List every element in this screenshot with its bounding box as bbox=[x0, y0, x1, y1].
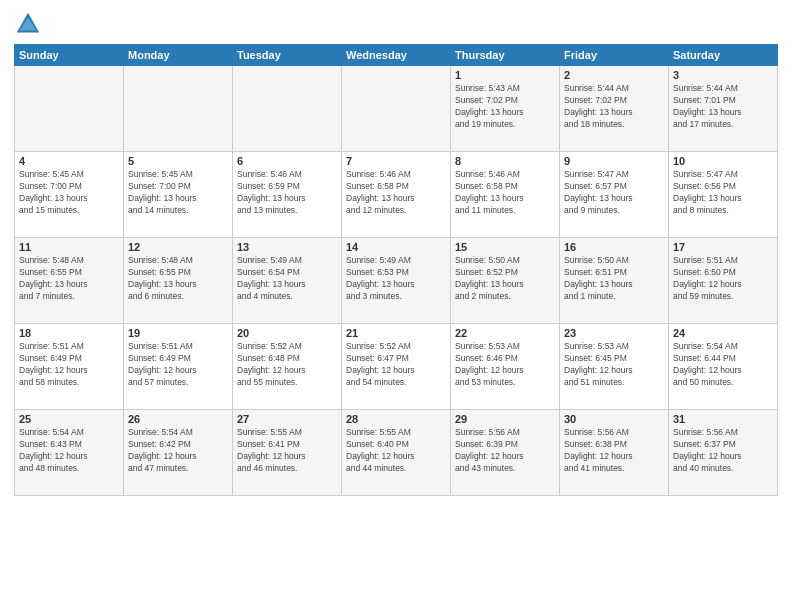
day-info: Sunrise: 5:56 AM Sunset: 6:38 PM Dayligh… bbox=[564, 427, 664, 475]
week-row-4: 18Sunrise: 5:51 AM Sunset: 6:49 PM Dayli… bbox=[15, 324, 778, 410]
day-number: 17 bbox=[673, 241, 773, 253]
day-number: 15 bbox=[455, 241, 555, 253]
day-info: Sunrise: 5:48 AM Sunset: 6:55 PM Dayligh… bbox=[19, 255, 119, 303]
day-number: 2 bbox=[564, 69, 664, 81]
day-info: Sunrise: 5:51 AM Sunset: 6:49 PM Dayligh… bbox=[128, 341, 228, 389]
logo bbox=[14, 10, 46, 38]
day-cell: 1Sunrise: 5:43 AM Sunset: 7:02 PM Daylig… bbox=[451, 66, 560, 152]
day-info: Sunrise: 5:54 AM Sunset: 6:44 PM Dayligh… bbox=[673, 341, 773, 389]
day-cell: 10Sunrise: 5:47 AM Sunset: 6:56 PM Dayli… bbox=[669, 152, 778, 238]
day-number: 4 bbox=[19, 155, 119, 167]
day-cell: 20Sunrise: 5:52 AM Sunset: 6:48 PM Dayli… bbox=[233, 324, 342, 410]
col-header-saturday: Saturday bbox=[669, 45, 778, 66]
day-info: Sunrise: 5:53 AM Sunset: 6:46 PM Dayligh… bbox=[455, 341, 555, 389]
day-cell: 14Sunrise: 5:49 AM Sunset: 6:53 PM Dayli… bbox=[342, 238, 451, 324]
day-cell: 23Sunrise: 5:53 AM Sunset: 6:45 PM Dayli… bbox=[560, 324, 669, 410]
day-number: 16 bbox=[564, 241, 664, 253]
week-row-5: 25Sunrise: 5:54 AM Sunset: 6:43 PM Dayli… bbox=[15, 410, 778, 496]
header-row: SundayMondayTuesdayWednesdayThursdayFrid… bbox=[15, 45, 778, 66]
calendar-table: SundayMondayTuesdayWednesdayThursdayFrid… bbox=[14, 44, 778, 496]
day-number: 6 bbox=[237, 155, 337, 167]
day-cell: 21Sunrise: 5:52 AM Sunset: 6:47 PM Dayli… bbox=[342, 324, 451, 410]
day-cell: 26Sunrise: 5:54 AM Sunset: 6:42 PM Dayli… bbox=[124, 410, 233, 496]
day-info: Sunrise: 5:46 AM Sunset: 6:58 PM Dayligh… bbox=[455, 169, 555, 217]
day-info: Sunrise: 5:46 AM Sunset: 6:58 PM Dayligh… bbox=[346, 169, 446, 217]
day-info: Sunrise: 5:53 AM Sunset: 6:45 PM Dayligh… bbox=[564, 341, 664, 389]
day-info: Sunrise: 5:56 AM Sunset: 6:37 PM Dayligh… bbox=[673, 427, 773, 475]
day-cell: 24Sunrise: 5:54 AM Sunset: 6:44 PM Dayli… bbox=[669, 324, 778, 410]
day-number: 25 bbox=[19, 413, 119, 425]
day-number: 28 bbox=[346, 413, 446, 425]
day-number: 21 bbox=[346, 327, 446, 339]
col-header-sunday: Sunday bbox=[15, 45, 124, 66]
day-number: 3 bbox=[673, 69, 773, 81]
week-row-1: 1Sunrise: 5:43 AM Sunset: 7:02 PM Daylig… bbox=[15, 66, 778, 152]
day-info: Sunrise: 5:54 AM Sunset: 6:42 PM Dayligh… bbox=[128, 427, 228, 475]
day-info: Sunrise: 5:44 AM Sunset: 7:02 PM Dayligh… bbox=[564, 83, 664, 131]
day-cell: 31Sunrise: 5:56 AM Sunset: 6:37 PM Dayli… bbox=[669, 410, 778, 496]
col-header-monday: Monday bbox=[124, 45, 233, 66]
day-cell: 18Sunrise: 5:51 AM Sunset: 6:49 PM Dayli… bbox=[15, 324, 124, 410]
day-number: 13 bbox=[237, 241, 337, 253]
day-number: 20 bbox=[237, 327, 337, 339]
day-number: 12 bbox=[128, 241, 228, 253]
day-number: 23 bbox=[564, 327, 664, 339]
day-number: 26 bbox=[128, 413, 228, 425]
day-number: 27 bbox=[237, 413, 337, 425]
col-header-thursday: Thursday bbox=[451, 45, 560, 66]
day-cell: 12Sunrise: 5:48 AM Sunset: 6:55 PM Dayli… bbox=[124, 238, 233, 324]
day-info: Sunrise: 5:46 AM Sunset: 6:59 PM Dayligh… bbox=[237, 169, 337, 217]
day-cell: 17Sunrise: 5:51 AM Sunset: 6:50 PM Dayli… bbox=[669, 238, 778, 324]
day-number: 10 bbox=[673, 155, 773, 167]
day-number: 18 bbox=[19, 327, 119, 339]
header bbox=[14, 10, 778, 38]
day-cell: 2Sunrise: 5:44 AM Sunset: 7:02 PM Daylig… bbox=[560, 66, 669, 152]
day-number: 1 bbox=[455, 69, 555, 81]
day-number: 30 bbox=[564, 413, 664, 425]
day-cell: 15Sunrise: 5:50 AM Sunset: 6:52 PM Dayli… bbox=[451, 238, 560, 324]
day-info: Sunrise: 5:48 AM Sunset: 6:55 PM Dayligh… bbox=[128, 255, 228, 303]
day-cell: 9Sunrise: 5:47 AM Sunset: 6:57 PM Daylig… bbox=[560, 152, 669, 238]
day-info: Sunrise: 5:56 AM Sunset: 6:39 PM Dayligh… bbox=[455, 427, 555, 475]
day-number: 31 bbox=[673, 413, 773, 425]
day-number: 9 bbox=[564, 155, 664, 167]
col-header-friday: Friday bbox=[560, 45, 669, 66]
day-info: Sunrise: 5:54 AM Sunset: 6:43 PM Dayligh… bbox=[19, 427, 119, 475]
day-cell: 6Sunrise: 5:46 AM Sunset: 6:59 PM Daylig… bbox=[233, 152, 342, 238]
day-number: 11 bbox=[19, 241, 119, 253]
day-info: Sunrise: 5:55 AM Sunset: 6:40 PM Dayligh… bbox=[346, 427, 446, 475]
day-cell: 16Sunrise: 5:50 AM Sunset: 6:51 PM Dayli… bbox=[560, 238, 669, 324]
day-cell: 22Sunrise: 5:53 AM Sunset: 6:46 PM Dayli… bbox=[451, 324, 560, 410]
week-row-3: 11Sunrise: 5:48 AM Sunset: 6:55 PM Dayli… bbox=[15, 238, 778, 324]
day-number: 24 bbox=[673, 327, 773, 339]
day-info: Sunrise: 5:44 AM Sunset: 7:01 PM Dayligh… bbox=[673, 83, 773, 131]
day-cell: 27Sunrise: 5:55 AM Sunset: 6:41 PM Dayli… bbox=[233, 410, 342, 496]
day-info: Sunrise: 5:43 AM Sunset: 7:02 PM Dayligh… bbox=[455, 83, 555, 131]
day-number: 22 bbox=[455, 327, 555, 339]
day-info: Sunrise: 5:47 AM Sunset: 6:57 PM Dayligh… bbox=[564, 169, 664, 217]
day-info: Sunrise: 5:50 AM Sunset: 6:51 PM Dayligh… bbox=[564, 255, 664, 303]
day-cell: 11Sunrise: 5:48 AM Sunset: 6:55 PM Dayli… bbox=[15, 238, 124, 324]
day-info: Sunrise: 5:49 AM Sunset: 6:54 PM Dayligh… bbox=[237, 255, 337, 303]
logo-icon bbox=[14, 10, 42, 38]
day-cell: 25Sunrise: 5:54 AM Sunset: 6:43 PM Dayli… bbox=[15, 410, 124, 496]
day-number: 7 bbox=[346, 155, 446, 167]
day-cell bbox=[342, 66, 451, 152]
day-info: Sunrise: 5:49 AM Sunset: 6:53 PM Dayligh… bbox=[346, 255, 446, 303]
day-info: Sunrise: 5:47 AM Sunset: 6:56 PM Dayligh… bbox=[673, 169, 773, 217]
day-cell: 8Sunrise: 5:46 AM Sunset: 6:58 PM Daylig… bbox=[451, 152, 560, 238]
col-header-wednesday: Wednesday bbox=[342, 45, 451, 66]
day-cell: 4Sunrise: 5:45 AM Sunset: 7:00 PM Daylig… bbox=[15, 152, 124, 238]
col-header-tuesday: Tuesday bbox=[233, 45, 342, 66]
page: SundayMondayTuesdayWednesdayThursdayFrid… bbox=[0, 0, 792, 612]
day-cell: 29Sunrise: 5:56 AM Sunset: 6:39 PM Dayli… bbox=[451, 410, 560, 496]
week-row-2: 4Sunrise: 5:45 AM Sunset: 7:00 PM Daylig… bbox=[15, 152, 778, 238]
day-cell: 19Sunrise: 5:51 AM Sunset: 6:49 PM Dayli… bbox=[124, 324, 233, 410]
day-cell bbox=[15, 66, 124, 152]
day-info: Sunrise: 5:55 AM Sunset: 6:41 PM Dayligh… bbox=[237, 427, 337, 475]
day-cell: 13Sunrise: 5:49 AM Sunset: 6:54 PM Dayli… bbox=[233, 238, 342, 324]
day-cell: 28Sunrise: 5:55 AM Sunset: 6:40 PM Dayli… bbox=[342, 410, 451, 496]
day-info: Sunrise: 5:45 AM Sunset: 7:00 PM Dayligh… bbox=[19, 169, 119, 217]
day-cell: 5Sunrise: 5:45 AM Sunset: 7:00 PM Daylig… bbox=[124, 152, 233, 238]
day-info: Sunrise: 5:52 AM Sunset: 6:48 PM Dayligh… bbox=[237, 341, 337, 389]
